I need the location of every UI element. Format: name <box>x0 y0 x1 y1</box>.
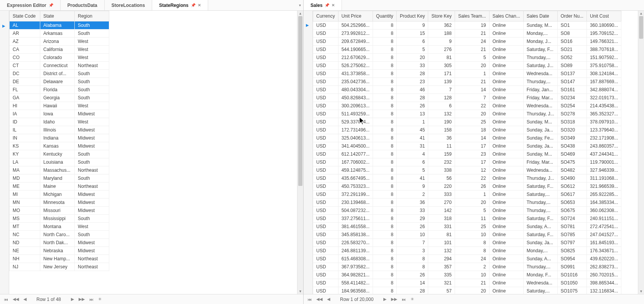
table-cell[interactable]: USD <box>313 142 338 150</box>
table-cell[interactable]: West <box>75 38 109 46</box>
table-cell[interactable]: MO <box>10 207 40 215</box>
column-header[interactable]: Store Key <box>428 11 455 21</box>
table-cell[interactable]: 26 <box>455 182 489 191</box>
table-cell[interactable]: USD <box>313 174 338 182</box>
table-cell[interactable]: USD <box>313 279 338 287</box>
table-cell[interactable]: SO482 <box>557 166 586 174</box>
table-cell[interactable]: 132 <box>428 247 455 255</box>
table-cell[interactable]: 321.966539... <box>586 182 621 191</box>
table-cell[interactable]: 81 <box>428 231 455 239</box>
table-cell[interactable]: 14 <box>455 86 489 94</box>
table-cell[interactable]: West <box>75 118 109 126</box>
table-cell[interactable]: Colorado <box>40 54 75 62</box>
table-cell[interactable]: 5 <box>455 54 489 62</box>
table-cell[interactable]: 375.910758... <box>586 62 621 70</box>
table-cell[interactable]: 308.124184... <box>586 70 621 78</box>
table-cell[interactable]: 11 <box>455 215 489 223</box>
table-cell[interactable]: CT <box>10 62 40 70</box>
column-header[interactable]: Order Nu... <box>557 11 586 21</box>
table-cell[interactable]: SO1 <box>557 21 586 30</box>
tab-expression-editor[interactable]: Expression Editor📌 <box>0 0 61 10</box>
table-cell[interactable]: SO16 <box>557 38 586 46</box>
table-cell[interactable]: 8 <box>373 263 397 271</box>
table-cell[interactable]: 6 <box>428 102 455 110</box>
table-cell[interactable]: DC <box>10 70 40 78</box>
table-row[interactable]: GAGeorgiaSouth <box>10 94 109 102</box>
table-cell[interactable]: Georgia <box>40 94 75 102</box>
column-header[interactable]: Quantity <box>373 11 397 21</box>
table-cell[interactable]: 246.881139... <box>338 247 373 255</box>
table-row[interactable]: USD504.252966...8936219OnlineSunday, M..… <box>313 21 621 30</box>
table-cell[interactable]: CA <box>10 46 40 54</box>
table-cell[interactable]: SO161 <box>557 86 586 94</box>
table-cell[interactable]: Online <box>489 86 523 94</box>
table-cell[interactable]: SO475 <box>557 158 586 166</box>
table-cell[interactable]: 8 <box>373 191 397 199</box>
table-cell[interactable]: Online <box>489 215 523 223</box>
table-row[interactable]: MTMontanaWest <box>10 223 109 231</box>
table-cell[interactable]: 450.753323... <box>338 182 373 191</box>
table-cell[interactable]: USD <box>313 255 338 263</box>
table-cell[interactable]: USD <box>313 247 338 255</box>
table-cell[interactable]: 300.209613... <box>338 102 373 110</box>
table-cell[interactable]: Midwest <box>75 134 109 142</box>
table-cell[interactable]: West <box>75 46 109 54</box>
table-cell[interactable]: LA <box>10 158 40 166</box>
table-cell[interactable]: South <box>75 21 109 30</box>
table-cell[interactable]: USD <box>313 182 338 191</box>
table-row[interactable]: NENebraskaMidwest <box>10 247 109 255</box>
table-row[interactable]: USD364.982821...82633510OnlineMonday, F.… <box>313 271 621 279</box>
column-header[interactable]: Sales Date <box>523 11 557 21</box>
table-cell[interactable]: 265.922285... <box>586 191 621 199</box>
table-cell[interactable]: SO234 <box>557 94 586 102</box>
table-cell[interactable]: Kentucky <box>40 150 75 158</box>
table-cell[interactable]: 431.373858... <box>338 70 373 78</box>
table-cell[interactable]: Friday, Mar... <box>523 158 557 166</box>
table-cell[interactable]: 214.435438... <box>586 102 621 110</box>
table-cell[interactable]: Midwest <box>75 191 109 199</box>
table-cell[interactable]: SO8 <box>557 30 586 38</box>
table-cell[interactable]: USD <box>313 231 338 239</box>
table-cell[interactable]: 167.706002... <box>338 158 373 166</box>
table-cell[interactable]: USD <box>313 158 338 166</box>
table-cell[interactable]: Midwest <box>75 142 109 150</box>
nav-prevpage-icon[interactable]: ◀◀ <box>12 297 20 302</box>
table-cell[interactable]: 33 <box>397 62 428 70</box>
table-cell[interactable]: 15 <box>397 30 428 38</box>
table-cell[interactable]: USD <box>313 223 338 231</box>
table-cell[interactable]: 14 <box>455 134 489 142</box>
nav-next-icon[interactable]: ▶ <box>383 297 387 302</box>
table-cell[interactable]: SO825 <box>557 247 586 255</box>
table-cell[interactable]: Sunday, A... <box>523 223 557 231</box>
table-cell[interactable]: 325.040613... <box>338 134 373 142</box>
table-row[interactable]: NDNorth Dak...Midwest <box>10 239 109 247</box>
table-cell[interactable]: 56 <box>428 174 455 182</box>
table-cell[interactable]: 167.887669... <box>586 78 621 86</box>
table-cell[interactable]: Online <box>489 118 523 126</box>
table-cell[interactable]: 321 <box>428 279 455 287</box>
table-cell[interactable]: 4 <box>397 150 428 158</box>
table-cell[interactable]: 8 <box>373 182 397 191</box>
table-cell[interactable]: Northeast <box>75 62 109 70</box>
table-cell[interactable]: 262.838273... <box>586 263 621 271</box>
table-cell[interactable]: Idaho <box>40 118 75 126</box>
table-row[interactable]: USD511.493259...81313220OnlineThursday, … <box>313 110 621 118</box>
table-cell[interactable]: Online <box>489 150 523 158</box>
table-cell[interactable]: SO724 <box>557 215 586 223</box>
table-cell[interactable]: 41 <box>397 174 428 182</box>
table-cell[interactable]: SO490 <box>557 174 586 182</box>
table-cell[interactable]: 149.766321... <box>586 38 621 46</box>
table-cell[interactable]: Thursday,... <box>523 78 557 86</box>
table-cell[interactable]: 36 <box>428 134 455 142</box>
table-cell[interactable]: 17 <box>455 142 489 150</box>
table-cell[interactable]: 8 <box>373 94 397 102</box>
table-cell[interactable]: Thursday, J... <box>523 174 557 182</box>
table-cell[interactable]: 132 <box>428 110 455 118</box>
table-cell[interactable]: Arkansas <box>40 30 75 38</box>
table-cell[interactable]: CO <box>10 54 40 62</box>
table-row[interactable]: HIHawaiiWest <box>10 102 109 110</box>
table-cell[interactable]: USD <box>313 94 338 102</box>
table-cell[interactable]: SO617 <box>557 191 586 199</box>
table-cell[interactable]: 437.244341... <box>586 150 621 158</box>
table-cell[interactable]: 8 <box>373 158 397 166</box>
